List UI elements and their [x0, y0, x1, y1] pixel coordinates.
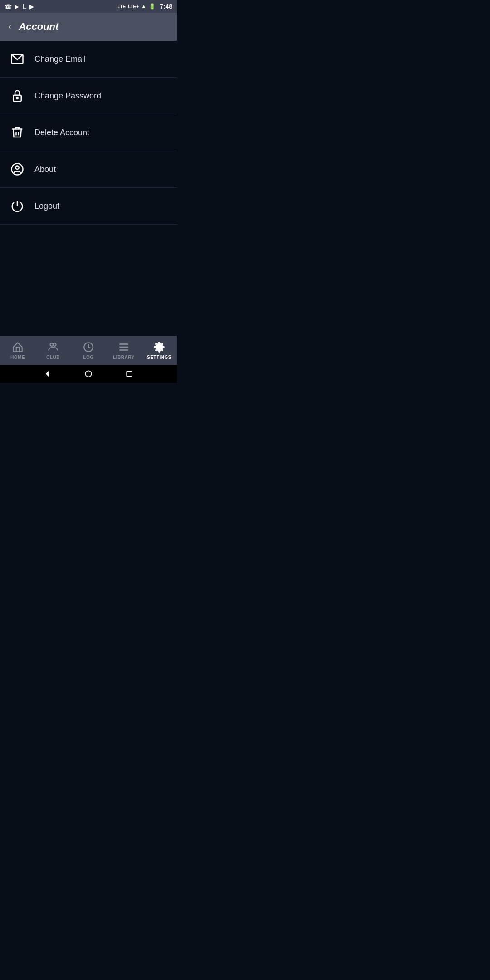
status-left-icons: ☎ ▶ ⇅ ▶: [5, 3, 34, 10]
svg-point-6: [53, 343, 56, 346]
svg-marker-11: [46, 371, 49, 377]
about-label: About: [34, 165, 56, 174]
menu-item-change-email[interactable]: Change Email: [0, 41, 177, 78]
svg-point-12: [85, 371, 91, 377]
nav-item-settings[interactable]: SETTINGS: [142, 338, 177, 363]
power-icon: [9, 198, 25, 214]
nav-label-club: CLUB: [46, 355, 60, 360]
menu-item-logout[interactable]: Logout: [0, 188, 177, 225]
menu-item-about[interactable]: About: [0, 151, 177, 188]
menu-item-delete-account[interactable]: Delete Account: [0, 114, 177, 151]
nav-label-library: LIBRARY: [113, 355, 135, 360]
status-right-icons: LTE LTE+ ▲ 🔋 7:48: [118, 3, 172, 10]
logout-label: Logout: [34, 201, 59, 211]
image-icon: ▶: [29, 3, 34, 10]
trash-icon: [9, 124, 25, 141]
usb-icon: ⇅: [22, 3, 27, 10]
nav-item-library[interactable]: LIBRARY: [106, 338, 142, 363]
clock: 7:48: [160, 3, 172, 10]
group-icon: [47, 341, 59, 353]
youtube-icon: ▶: [15, 3, 19, 10]
back-android-button[interactable]: [43, 369, 52, 378]
page-title: Account: [19, 21, 59, 33]
svg-rect-13: [127, 371, 132, 377]
gear-icon: [153, 341, 166, 353]
clock-icon: [82, 341, 95, 353]
nav-label-log: LOG: [83, 355, 93, 360]
lock-icon: [9, 88, 25, 104]
android-nav-bar: [0, 365, 177, 383]
nav-item-log[interactable]: LOG: [71, 338, 106, 363]
change-email-label: Change Email: [34, 54, 86, 64]
menu-lines-icon: [118, 341, 130, 353]
lte-plus-icon: LTE+: [128, 4, 139, 9]
back-button[interactable]: ‹: [8, 21, 11, 33]
person-circle-icon: [9, 161, 25, 177]
mail-icon: [9, 51, 25, 67]
svg-point-4: [15, 166, 19, 170]
nav-label-settings: SETTINGS: [147, 355, 172, 360]
menu-item-change-password[interactable]: Change Password: [0, 78, 177, 114]
nav-item-home[interactable]: HOME: [0, 338, 35, 363]
recents-android-button[interactable]: [125, 369, 134, 378]
home-icon: [11, 341, 24, 353]
svg-point-2: [16, 97, 18, 99]
lte-icon: LTE: [118, 4, 126, 9]
status-bar: ☎ ▶ ⇅ ▶ LTE LTE+ ▲ 🔋 7:48: [0, 0, 177, 13]
home-android-button[interactable]: [84, 369, 93, 378]
bottom-nav: HOME CLUB LOG: [0, 336, 177, 365]
whatsapp-icon: ☎: [5, 3, 12, 10]
change-password-label: Change Password: [34, 91, 101, 101]
battery-icon: 🔋: [149, 3, 156, 10]
header: ‹ Account: [0, 13, 177, 41]
menu-list: Change Email Change Password Delete Acco…: [0, 41, 177, 336]
nav-item-club[interactable]: CLUB: [35, 338, 71, 363]
nav-label-home: HOME: [10, 355, 25, 360]
delete-account-label: Delete Account: [34, 128, 89, 137]
signal-icon: ▲: [141, 3, 147, 10]
